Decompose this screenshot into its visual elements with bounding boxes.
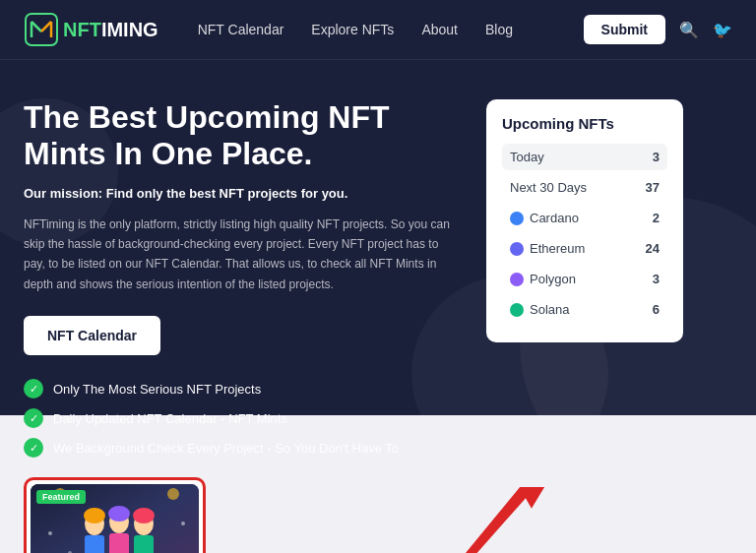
svg-marker-20 <box>390 487 579 553</box>
svg-point-8 <box>84 508 105 523</box>
svg-rect-7 <box>85 535 104 553</box>
main-nav: NFT Calendar Explore NFTs About Blog <box>198 22 584 37</box>
upcoming-title: Upcoming NFTs <box>502 115 667 132</box>
upcoming-nfts-panel: Upcoming NFTs Today 3 Next 30 Days 37 Ca… <box>486 99 683 342</box>
featured-badge: Featured <box>36 490 86 504</box>
card-image: Featured <box>31 484 199 553</box>
upcoming-label-solana: Solana <box>510 302 569 317</box>
red-arrow-svg <box>371 487 588 553</box>
submit-button[interactable]: Submit <box>584 15 665 44</box>
checklist-label-2: Daily Updated NFT Calendar - NFT Mints <box>53 411 287 426</box>
header-actions: Submit 🔍 🐦 <box>584 15 732 44</box>
header: NFTIMING NFT Calendar Explore NFTs About… <box>0 0 756 60</box>
check-icon-2: ✓ <box>24 408 43 428</box>
upcoming-row-30days[interactable]: Next 30 Days 37 <box>502 174 667 201</box>
upcoming-label-today: Today <box>510 150 544 164</box>
checklist-item-3: ✓ We Background Check Every Project - So… <box>24 438 457 458</box>
svg-point-17 <box>48 531 52 535</box>
featured-card: Featured <box>31 484 199 553</box>
upcoming-count-today: 3 <box>653 150 660 164</box>
check-icon-3: ✓ <box>24 438 43 458</box>
hero-description: NFTiming is the only platform, strictly … <box>24 215 457 295</box>
checklist-item-2: ✓ Daily Updated NFT Calendar - NFT Mints <box>24 408 457 428</box>
upcoming-row-solana[interactable]: Solana 6 <box>502 296 667 323</box>
svg-rect-13 <box>134 535 154 553</box>
featured-card-wrapper[interactable]: Featured <box>24 477 206 553</box>
upcoming-label-cardano: Cardano <box>510 211 579 225</box>
upcoming-row-polygon[interactable]: Polygon 3 <box>502 266 667 292</box>
logo[interactable]: NFTIMING <box>24 12 158 47</box>
upcoming-label-ethereum: Ethereum <box>510 241 585 256</box>
red-arrow-area <box>225 477 732 553</box>
upcoming-row-ethereum[interactable]: Ethereum 24 <box>502 235 667 262</box>
nav-explore-nfts[interactable]: Explore NFTs <box>311 22 394 37</box>
ethereum-dot <box>510 242 524 256</box>
upcoming-count-cardano: 2 <box>653 211 660 225</box>
bottom-section: Featured <box>0 477 756 553</box>
checklist: ✓ Only The Most Serious NFT Projects ✓ D… <box>24 379 457 458</box>
upcoming-label-30days: Next 30 Days <box>510 180 587 195</box>
upcoming-count-polygon: 3 <box>653 272 660 286</box>
checklist-label-3: We Background Check Every Project - So Y… <box>53 441 399 456</box>
checklist-item-1: ✓ Only The Most Serious NFT Projects <box>24 379 457 399</box>
hero-title: The Best Upcoming NFT Mints In One Place… <box>24 99 457 172</box>
logo-text: NFTIMING <box>63 19 158 41</box>
upcoming-label-polygon: Polygon <box>510 272 576 286</box>
svg-rect-10 <box>109 533 129 553</box>
nav-blog[interactable]: Blog <box>485 22 513 37</box>
upcoming-count-30days: 37 <box>646 180 660 195</box>
check-icon-1: ✓ <box>24 379 43 399</box>
search-icon[interactable]: 🔍 <box>679 21 699 39</box>
nav-about[interactable]: About <box>421 22 458 37</box>
svg-point-18 <box>181 522 185 525</box>
upcoming-row-today[interactable]: Today 3 <box>502 144 667 170</box>
polygon-dot <box>510 273 524 286</box>
svg-point-11 <box>108 506 130 522</box>
upcoming-count-ethereum: 24 <box>646 241 660 256</box>
upcoming-row-cardano[interactable]: Cardano 2 <box>502 205 667 231</box>
solana-dot <box>510 303 524 317</box>
logo-icon <box>24 12 59 47</box>
nft-calendar-button[interactable]: NFT Calendar <box>24 316 160 355</box>
hero-section: The Best Upcoming NFT Mints In One Place… <box>24 99 457 458</box>
checklist-label-1: Only The Most Serious NFT Projects <box>53 382 261 397</box>
svg-point-16 <box>167 488 179 500</box>
nav-nft-calendar[interactable]: NFT Calendar <box>198 22 284 37</box>
cardano-dot <box>510 212 524 225</box>
main-content: The Best Upcoming NFT Mints In One Place… <box>0 60 756 477</box>
hero-mission: Our mission: Find only the best NFT proj… <box>24 186 457 201</box>
svg-point-14 <box>133 508 155 523</box>
twitter-icon[interactable]: 🐦 <box>713 21 732 39</box>
upcoming-count-solana: 6 <box>653 302 660 317</box>
